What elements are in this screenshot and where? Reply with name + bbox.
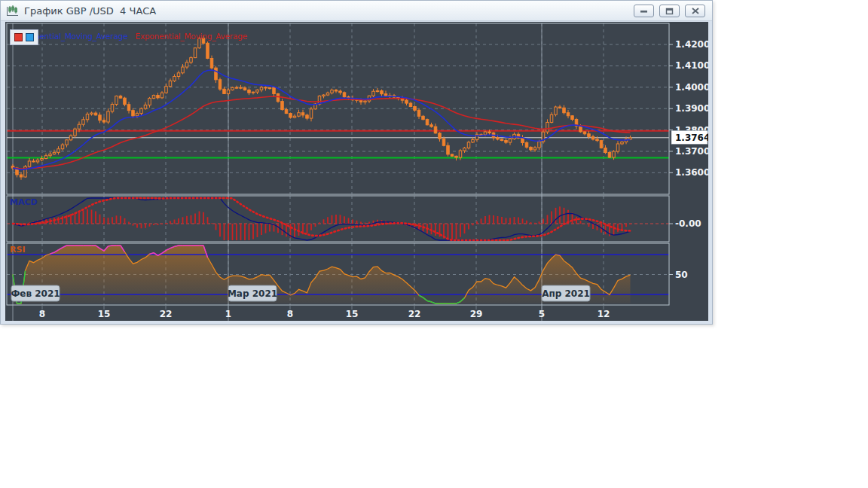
current-price-value: 1.3764 [675, 133, 708, 143]
date-tick-label: 5 [539, 309, 545, 319]
restore-button[interactable] [659, 5, 680, 17]
blue-indicator-swatch[interactable] [26, 33, 34, 41]
close-icon [692, 8, 699, 14]
date-tick-label: 1 [225, 309, 231, 319]
rsi-mid-label: 50 [675, 270, 688, 280]
horizontal-level-lines [7, 131, 669, 158]
ema-slow-legend-label: Exponential_Moving_Average [135, 32, 246, 41]
desktop-page: График GBP /USD 4 ЧАСА [0, 0, 868, 488]
window-controls [634, 5, 705, 17]
date-tick-label: 29 [470, 309, 483, 319]
date-tick-label: 15 [346, 309, 359, 319]
price-tick-label: 1.3900 [675, 103, 708, 114]
price-tick-label: 1.4200 [675, 39, 708, 50]
indicator-legend: Exponential_Moving_Average Exponential_M… [16, 32, 247, 41]
date-tick-label: 12 [598, 309, 610, 319]
price-tick-label: 1.3700 [675, 146, 708, 157]
price-tick-label: 1.4000 [675, 82, 708, 93]
date-tick-label: 8 [39, 309, 45, 319]
price-chart-svg[interactable]: 1.42001.41001.40001.39001.38001.37001.36… [5, 22, 708, 321]
current-price-label: 1.3764 [671, 130, 708, 144]
red-indicator-swatch[interactable] [14, 33, 23, 41]
macd-zero-label: -0.00 [675, 218, 701, 229]
minimize-button[interactable] [634, 5, 654, 17]
window-titlebar[interactable]: График GBP /USD 4 ЧАСА [1, 1, 712, 21]
date-tick-label: 22 [160, 309, 173, 319]
macd-main-line [13, 198, 631, 240]
macd-panel [7, 198, 669, 240]
window-title: График GBP /USD 4 ЧАСА [24, 5, 156, 17]
macd-panel-label: MACD [10, 197, 38, 207]
indicator-color-buttons [10, 29, 38, 45]
date-tick-label: 22 [408, 309, 421, 319]
price-tick-label: 1.3600 [675, 167, 708, 178]
price-tick-label: 1.4100 [675, 60, 708, 71]
date-tick-label: 8 [287, 309, 293, 319]
chart-window: График GBP /USD 4 ЧАСА [0, 0, 713, 325]
minimize-icon [640, 8, 648, 14]
rsi-panel-label: RSI [10, 245, 26, 255]
month-label: Мар 2021 [228, 288, 277, 299]
month-label: Фев 2021 [11, 288, 60, 299]
date-tick-label: 15 [98, 309, 111, 319]
close-button[interactable] [685, 5, 705, 17]
restore-icon [665, 8, 674, 15]
chart-content: 1.42001.41001.40001.39001.38001.37001.36… [5, 22, 708, 321]
month-label: Апр 2021 [542, 288, 590, 299]
candlestick-chart-icon [6, 5, 19, 17]
